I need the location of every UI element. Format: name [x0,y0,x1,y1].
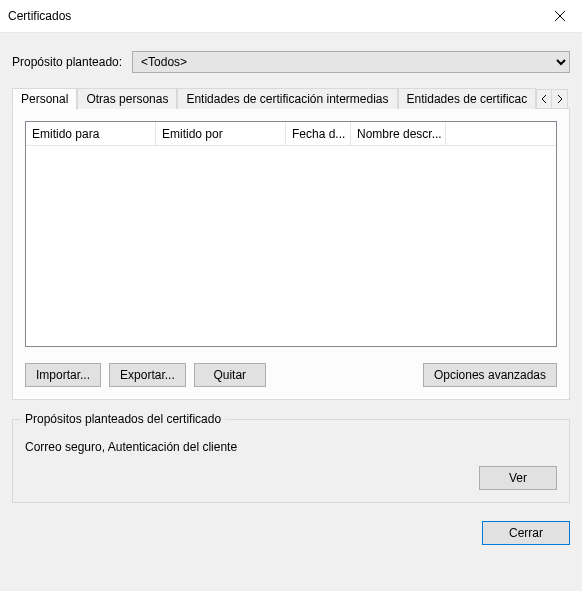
tab-other-people[interactable]: Otras personas [77,88,177,109]
client-area: Propósito planteado: <Todos> Personal Ot… [0,32,582,591]
titlebar: Certificados [0,0,582,32]
purpose-label: Propósito planteado: [12,55,122,69]
column-friendly-name[interactable]: Nombre descr... [351,122,446,146]
groupbox-legend: Propósitos planteados del certificado [21,412,225,426]
tab-label: Entidades de certificación intermedias [186,92,388,106]
column-label: Nombre descr... [357,127,442,141]
certificates-dialog: Certificados Propósito planteado: <Todos… [0,0,582,591]
column-label: Emitido para [32,127,99,141]
tab-label: Entidades de certificac [407,92,528,106]
purpose-select[interactable]: <Todos> [132,51,570,73]
window-title: Certificados [8,9,71,23]
tab-scroll-left-button[interactable] [536,89,552,109]
tab-intermediate-cas[interactable]: Entidades de certificación intermedias [177,88,397,109]
listview-header: Emitido para Emitido por Fecha d... Nomb… [26,122,556,146]
chevron-left-icon [541,95,547,103]
close-button[interactable]: Cerrar [482,521,570,545]
intended-purposes-groupbox: Propósitos planteados del certificado Co… [12,419,570,503]
groupbox-actions: Ver [25,466,557,490]
spacer [274,363,415,387]
certificate-listview[interactable]: Emitido para Emitido por Fecha d... Nomb… [25,121,557,347]
column-label: Emitido por [162,127,223,141]
tab-label: Personal [21,92,68,106]
close-icon [555,11,565,21]
tab-personal[interactable]: Personal [12,88,77,110]
import-button[interactable]: Importar... [25,363,101,387]
tab-page-personal: Emitido para Emitido por Fecha d... Nomb… [12,108,570,400]
column-filler [446,122,556,146]
chevron-right-icon [557,95,563,103]
dialog-footer: Cerrar [12,521,570,545]
view-button[interactable]: Ver [479,466,557,490]
listview-body[interactable] [26,146,556,346]
tab-scroll-arrows [536,89,568,109]
tab-control: Personal Otras personas Entidades de cer… [12,87,570,401]
list-buttons-row: Importar... Exportar... Quitar Opciones … [25,363,557,387]
remove-button[interactable]: Quitar [194,363,266,387]
tab-root-cas[interactable]: Entidades de certificac [398,88,537,109]
window-close-button[interactable] [537,1,582,31]
tab-scroll-right-button[interactable] [552,89,568,109]
purpose-row: Propósito planteado: <Todos> [12,51,570,73]
export-button[interactable]: Exportar... [109,363,186,387]
column-expiry-date[interactable]: Fecha d... [286,122,351,146]
column-label: Fecha d... [292,127,345,141]
intended-purposes-value: Correo seguro, Autenticación del cliente [25,440,557,454]
purpose-select-wrap: <Todos> [132,51,570,73]
tab-label: Otras personas [86,92,168,106]
column-issued-by[interactable]: Emitido por [156,122,286,146]
advanced-options-button[interactable]: Opciones avanzadas [423,363,557,387]
column-issued-to[interactable]: Emitido para [26,122,156,146]
tabstrip: Personal Otras personas Entidades de cer… [12,87,570,109]
